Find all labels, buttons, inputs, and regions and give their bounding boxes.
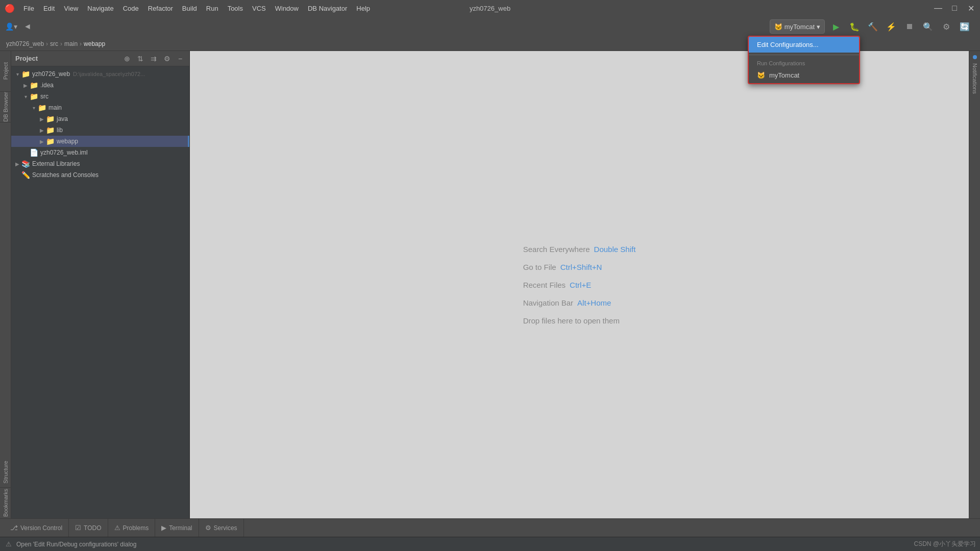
settings-icon-btn[interactable]: ⚙ — [939, 19, 953, 34]
menu-tools[interactable]: Tools — [224, 3, 247, 14]
structure-side-tab[interactable]: Structure — [0, 457, 11, 488]
tree-item-root-label: yzh0726_web — [32, 70, 70, 78]
dropdown-arrow-icon: ▾ — [817, 23, 820, 31]
menu-code[interactable]: Code — [119, 3, 143, 14]
tree-item-idea[interactable]: ▶ 📁 .idea — [11, 80, 189, 91]
version-control-label: Version Control — [20, 524, 62, 532]
tree-item-src[interactable]: ▾ 📁 src — [11, 91, 189, 102]
run-button[interactable]: ▶ — [829, 19, 843, 34]
bookmarks-side-tab[interactable]: Bookmarks — [0, 488, 11, 518]
project-panel-title: Project — [15, 55, 119, 62]
bottom-bar-right-text: CSDN @小丫头爱学习 — [914, 540, 976, 548]
stop-button[interactable]: ⏹ — [902, 19, 917, 34]
left-side-tabs: Project DB Browser Structure Bookmarks — [0, 51, 11, 518]
title-bar: 🔴 File Edit View Navigate Code Refactor … — [0, 0, 980, 16]
git-update-icon-btn[interactable]: 🔄 — [958, 19, 972, 34]
tab-version-control[interactable]: ⎇ Version Control — [4, 519, 69, 537]
coverage-button[interactable]: 🔨 — [866, 19, 880, 34]
panel-close-button[interactable]: − — [175, 54, 185, 64]
menu-help[interactable]: Help — [352, 3, 374, 14]
services-label: Services — [214, 524, 237, 532]
db-side-tab[interactable]: DB Browser — [0, 92, 11, 122]
tree-arrow: ▾ — [13, 71, 21, 77]
drop-files-text: Drop files here to open them — [523, 316, 636, 325]
breadcrumb-src[interactable]: src — [50, 40, 58, 47]
tab-todo[interactable]: ☑ TODO — [69, 519, 108, 537]
breadcrumb-webapp[interactable]: webapp — [84, 40, 105, 47]
menu-refactor[interactable]: Refactor — [144, 3, 177, 14]
main-toolbar: 👤▾ ◄ 🐱 myTomcat ▾ ▶ 🐛 🔨 ⚡ ⏹ 🔍 ⚙ 🔄 — [0, 16, 980, 37]
run-config-selector[interactable]: 🐱 myTomcat ▾ — [770, 19, 825, 34]
terminal-label: Terminal — [169, 524, 192, 532]
window-controls: — □ ✕ — [933, 4, 976, 13]
maximize-button[interactable]: □ — [949, 4, 960, 13]
main-area: Project DB Browser Structure Bookmarks P… — [0, 51, 980, 518]
tab-terminal[interactable]: ▶ Terminal — [155, 519, 199, 537]
right-side-panel: Notifications — [969, 51, 980, 518]
tree-item-external-libs[interactable]: ▶ 📚 External Libraries — [11, 158, 189, 169]
minimize-button[interactable]: — — [933, 4, 943, 13]
run-toolbar: 🐱 myTomcat ▾ ▶ 🐛 🔨 ⚡ ⏹ 🔍 ⚙ 🔄 — [770, 19, 972, 34]
goto-file-text: Go to File — [523, 263, 556, 271]
tree-item-root-path: D:\java\idea_space\yzh072... — [73, 71, 145, 77]
recent-files-shortcut: Ctrl+E — [570, 281, 591, 289]
menu-vcs[interactable]: VCS — [248, 3, 270, 14]
menu-navigate[interactable]: Navigate — [83, 3, 117, 14]
menu-window[interactable]: Window — [271, 3, 303, 14]
recent-files-text: Recent Files — [523, 281, 566, 289]
bottom-bar-left: ⚠ Open 'Edit Run/Debug configurations' d… — [4, 540, 914, 549]
tree-item-java[interactable]: ▶ 📁 java — [11, 113, 189, 124]
panel-expand-button[interactable]: ⇅ — [135, 54, 145, 64]
bottom-bar: ⚠ Open 'Edit Run/Debug configurations' d… — [0, 537, 980, 551]
panel-add-button[interactable]: ⊕ — [122, 54, 132, 64]
window-title: yzh0726_web — [470, 5, 510, 12]
todo-icon: ☑ — [75, 524, 81, 532]
menu-view[interactable]: View — [60, 3, 82, 14]
tree-item-scratches[interactable]: ▶ ✏️ Scratches and Consoles — [11, 169, 189, 181]
tab-services[interactable]: ⚙ Services — [199, 519, 244, 537]
problems-label: Problems — [123, 524, 149, 532]
panel-collapse-button[interactable]: ⇉ — [149, 54, 159, 64]
edit-configurations-item[interactable]: Edit Configurations... — [749, 37, 859, 53]
person-icon-btn[interactable]: 👤▾ — [4, 19, 18, 34]
app-logo: 🔴 — [4, 3, 15, 14]
close-button[interactable]: ✕ — [966, 4, 976, 13]
menu-run[interactable]: Run — [202, 3, 223, 14]
welcome-content: Search Everywhere Double Shift Go to Fil… — [523, 245, 636, 325]
menu-build[interactable]: Build — [178, 3, 201, 14]
breadcrumb-project[interactable]: yzh0726_web — [6, 40, 44, 47]
menu-file[interactable]: File — [19, 3, 38, 14]
run-config-label: myTomcat — [785, 23, 815, 31]
tree-item-lib[interactable]: ▶ 📁 lib — [11, 124, 189, 136]
run-configurations-section-title: Run Configurations — [749, 57, 859, 67]
tree-item-main[interactable]: ▾ 📁 main — [11, 102, 189, 113]
tree-item-iml[interactable]: ▶ 📄 yzh0726_web.iml — [11, 147, 189, 158]
breadcrumb-main[interactable]: main — [64, 40, 78, 47]
editor-area: Search Everywhere Double Shift Go to Fil… — [190, 51, 969, 518]
profile-button[interactable]: ⚡ — [884, 19, 898, 34]
selection-indicator — [188, 136, 189, 147]
debug-button[interactable]: 🐛 — [847, 19, 862, 34]
tab-problems[interactable]: ⚠ Problems — [108, 519, 156, 537]
tree-item-webapp[interactable]: ▶ 📁 webapp — [11, 136, 189, 147]
menu-bar: File Edit View Navigate Code Refactor Bu… — [19, 3, 374, 14]
back-button[interactable]: ◄ — [20, 19, 35, 34]
menu-edit[interactable]: Edit — [39, 3, 59, 14]
goto-file-shortcut: Ctrl+Shift+N — [560, 263, 602, 271]
project-panel-header: Project ⊕ ⇅ ⇉ ⚙ − — [11, 51, 189, 66]
menu-db-navigator[interactable]: DB Navigator — [304, 3, 351, 14]
notifications-tab[interactable]: Notifications — [971, 61, 979, 96]
my-tomcat-item[interactable]: 🐱 myTomcat — [749, 67, 859, 83]
bottom-warning-icon[interactable]: ⚠ — [4, 540, 13, 549]
tree-item-root[interactable]: ▾ 📁 yzh0726_web D:\java\idea_space\yzh07… — [11, 68, 189, 80]
welcome-line-recent: Recent Files Ctrl+E — [523, 281, 636, 289]
project-tree: ▾ 📁 yzh0726_web D:\java\idea_space\yzh07… — [11, 66, 189, 518]
navigation-bar-shortcut: Alt+Home — [577, 298, 611, 307]
project-side-tab[interactable]: Project — [0, 51, 11, 92]
todo-label: TODO — [84, 524, 101, 532]
dropdown-separator — [749, 55, 859, 55]
db-tab-label: DB Browser — [3, 92, 9, 122]
panel-settings-button[interactable]: ⚙ — [162, 54, 172, 64]
welcome-line-navbar: Navigation Bar Alt+Home — [523, 298, 636, 307]
search-icon-btn[interactable]: 🔍 — [921, 19, 935, 34]
